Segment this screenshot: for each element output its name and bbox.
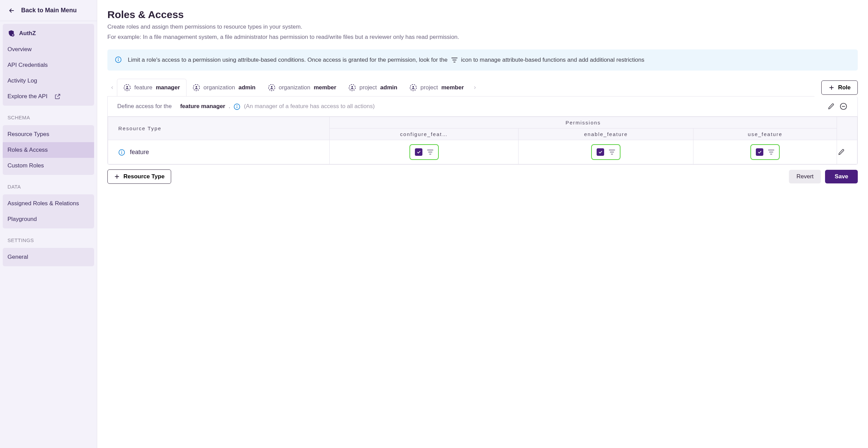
tab-resource: project <box>359 84 377 91</box>
info-icon[interactable] <box>234 103 240 110</box>
filter-icon[interactable] <box>427 150 433 154</box>
sidebar-item-activity-log[interactable]: Activity Log <box>3 73 94 89</box>
role-icon <box>193 84 200 91</box>
permission-checkbox[interactable] <box>597 148 604 156</box>
pencil-icon <box>838 149 845 155</box>
tab-feature-manager[interactable]: feature manager <box>117 79 186 96</box>
svg-point-10 <box>349 84 355 90</box>
sidebar-product[interactable]: AuthZ <box>3 25 94 42</box>
sidebar-group-label: SETTINGS <box>0 231 97 245</box>
role-icon <box>268 84 275 91</box>
svg-point-16 <box>237 105 237 106</box>
col-permission: configure_feat… <box>330 129 519 140</box>
tab-role: member <box>314 84 336 91</box>
back-label: Back to Main Menu <box>21 7 77 14</box>
sidebar-item-label: General <box>8 254 28 260</box>
remove-role-button[interactable] <box>839 102 848 111</box>
info-icon[interactable] <box>118 149 125 156</box>
role-icon <box>409 84 417 91</box>
col-actions <box>837 117 857 140</box>
sidebar-item-assigned-roles-relations[interactable]: Assigned Roles & Relations <box>3 196 94 211</box>
tab-role: admin <box>380 84 397 91</box>
col-permissions-group: Permissions <box>330 117 837 129</box>
sidebar-item-api-credentials[interactable]: API Credentials <box>3 57 94 73</box>
svg-point-21 <box>122 151 122 151</box>
sidebar-item-overview[interactable]: Overview <box>3 42 94 57</box>
tab-project-admin[interactable]: project admin <box>342 79 403 96</box>
sidebar-item-general[interactable]: General <box>3 249 94 265</box>
add-resource-label: Resource Type <box>123 173 165 180</box>
svg-point-8 <box>268 84 274 90</box>
svg-point-4 <box>124 85 130 91</box>
shield-plus-icon <box>8 30 15 37</box>
sidebar-item-label: Assigned Roles & Relations <box>8 200 79 207</box>
role-icon <box>123 84 131 91</box>
sidebar-item-custom-roles[interactable]: Custom Roles <box>3 158 94 174</box>
sidebar-item-roles-access[interactable]: Roles & Access <box>3 142 94 158</box>
add-role-button[interactable]: Role <box>821 80 858 95</box>
tabs-scroll-left[interactable] <box>107 81 117 94</box>
back-to-main-menu[interactable]: Back to Main Menu <box>0 0 97 21</box>
plus-icon <box>114 174 120 180</box>
banner-text: Limit a role's access to a permission us… <box>128 56 644 64</box>
tab-project-member[interactable]: project member <box>403 79 470 96</box>
svg-point-11 <box>351 86 353 87</box>
tab-organization-admin[interactable]: organization admin <box>186 79 262 96</box>
sidebar-item-label: Resource Types <box>8 131 49 138</box>
permission-checkbox[interactable] <box>756 148 763 156</box>
tab-role: admin <box>238 84 255 91</box>
product-label: AuthZ <box>19 30 36 37</box>
sidebar-item-label: Custom Roles <box>8 162 44 169</box>
resource-name: feature <box>130 149 149 156</box>
svg-point-3 <box>118 58 119 59</box>
save-button[interactable]: Save <box>825 170 858 183</box>
tab-organization-member[interactable]: organization member <box>262 79 343 96</box>
edit-row-button[interactable] <box>837 148 846 156</box>
tab-resource: project <box>420 84 438 91</box>
edit-role-button[interactable] <box>827 102 836 111</box>
permission-cell[interactable] <box>591 144 620 160</box>
tabs-scroll-right[interactable] <box>470 81 480 94</box>
filter-icon <box>451 58 458 62</box>
svg-point-5 <box>126 86 128 88</box>
add-resource-type-button[interactable]: Resource Type <box>107 169 171 184</box>
permission-cell[interactable] <box>409 144 439 160</box>
svg-point-13 <box>413 86 414 87</box>
permission-cell[interactable] <box>750 144 780 160</box>
sidebar-item-resource-types[interactable]: Resource Types <box>3 126 94 142</box>
sidebar-item-label: Roles & Access <box>8 147 48 153</box>
sidebar-item-explore-the-api[interactable]: Explore the API <box>3 89 94 104</box>
chevron-left-icon <box>110 85 115 90</box>
tab-resource: feature <box>134 84 152 91</box>
arrow-left-icon <box>8 7 15 14</box>
sidebar-item-label: Explore the API <box>8 93 47 100</box>
sidebar-item-label: Activity Log <box>8 77 37 84</box>
col-resource-type: Resource Type <box>108 117 330 140</box>
page-title: Roles & Access <box>107 9 858 20</box>
filter-icon[interactable] <box>609 150 615 154</box>
svg-point-7 <box>196 86 197 87</box>
page-subtitle-2: For example: In a file management system… <box>107 33 858 42</box>
sidebar-group-label: DATA <box>0 178 97 192</box>
tab-resource: organization <box>279 84 311 91</box>
role-description: (An manager of a feature has access to a… <box>244 103 375 110</box>
tab-resource: organization <box>204 84 235 91</box>
revert-button[interactable]: Revert <box>789 170 821 183</box>
page-subtitle-1: Create roles and assign them permissions… <box>107 23 858 31</box>
col-permission: use_feature <box>693 129 837 140</box>
col-permission: enable_feature <box>519 129 693 140</box>
plus-icon <box>828 85 835 91</box>
info-icon <box>115 56 122 63</box>
sidebar-item-label: Playground <box>8 216 37 223</box>
filter-icon[interactable] <box>768 150 774 154</box>
sidebar-item-playground[interactable]: Playground <box>3 211 94 227</box>
sidebar-group-label: SCHEMA <box>0 108 97 122</box>
chevron-right-icon <box>473 85 477 90</box>
tab-role: manager <box>156 84 180 91</box>
permission-checkbox[interactable] <box>415 148 422 156</box>
svg-point-9 <box>271 86 272 87</box>
external-link-icon <box>54 93 61 100</box>
svg-point-6 <box>193 84 199 90</box>
tab-role: member <box>441 84 464 91</box>
table-row: feature <box>108 140 857 164</box>
